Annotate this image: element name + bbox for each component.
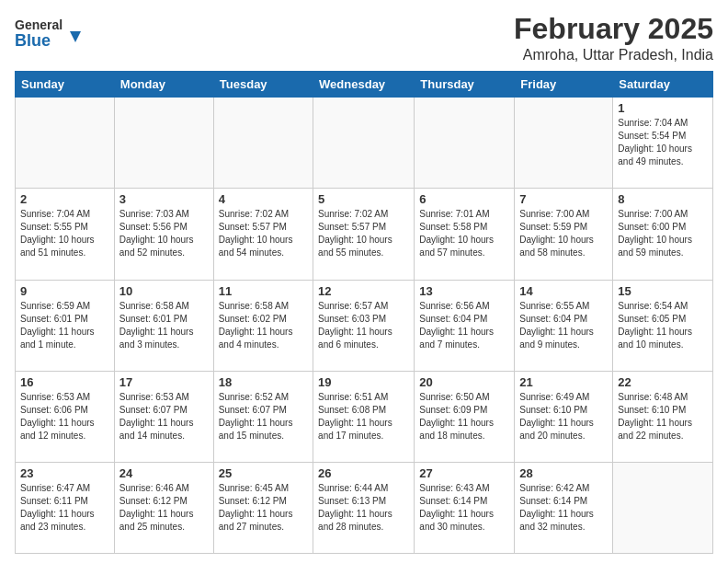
header: General Blue February 2025 Amroha, Uttar…	[15, 13, 713, 63]
day-info: Sunrise: 6:54 AM Sunset: 6:05 PM Dayligh…	[618, 300, 708, 351]
day-number: 24	[119, 466, 209, 480]
day-number: 16	[20, 375, 109, 389]
svg-marker-2	[70, 31, 81, 42]
day-number: 18	[219, 375, 308, 389]
day-info: Sunrise: 7:02 AM Sunset: 5:57 PM Dayligh…	[318, 208, 409, 259]
calendar-cell: 24Sunrise: 6:46 AM Sunset: 6:12 PM Dayli…	[114, 462, 213, 553]
day-number: 28	[519, 466, 608, 480]
logo: General Blue	[15, 13, 88, 53]
day-info: Sunrise: 6:47 AM Sunset: 6:11 PM Dayligh…	[20, 482, 109, 534]
day-info: Sunrise: 6:52 AM Sunset: 6:07 PM Dayligh…	[219, 391, 308, 442]
day-info: Sunrise: 6:57 AM Sunset: 6:03 PM Dayligh…	[318, 300, 409, 351]
calendar-cell: 17Sunrise: 6:53 AM Sunset: 6:07 PM Dayli…	[114, 371, 213, 462]
day-info: Sunrise: 6:43 AM Sunset: 6:14 PM Dayligh…	[419, 482, 509, 534]
day-info: Sunrise: 6:44 AM Sunset: 6:13 PM Dayligh…	[318, 482, 409, 534]
day-number: 13	[419, 284, 509, 298]
day-number: 12	[318, 284, 409, 298]
calendar-cell: 27Sunrise: 6:43 AM Sunset: 6:14 PM Dayli…	[415, 462, 515, 553]
calendar-week-1: 1Sunrise: 7:04 AM Sunset: 5:54 PM Daylig…	[16, 98, 713, 189]
calendar-cell: 14Sunrise: 6:55 AM Sunset: 6:04 PM Dayli…	[515, 280, 613, 371]
calendar-week-5: 23Sunrise: 6:47 AM Sunset: 6:11 PM Dayli…	[16, 462, 713, 553]
svg-text:Blue: Blue	[15, 31, 51, 50]
calendar-week-3: 9Sunrise: 6:59 AM Sunset: 6:01 PM Daylig…	[16, 280, 713, 371]
day-number: 7	[519, 192, 608, 206]
day-info: Sunrise: 7:01 AM Sunset: 5:58 PM Dayligh…	[419, 208, 509, 259]
day-info: Sunrise: 6:46 AM Sunset: 6:12 PM Dayligh…	[119, 482, 209, 534]
svg-text:General: General	[15, 17, 63, 32]
day-number: 22	[618, 375, 708, 389]
weekday-header-sunday: Sunday	[16, 72, 115, 98]
calendar-cell: 11Sunrise: 6:58 AM Sunset: 6:02 PM Dayli…	[213, 280, 313, 371]
day-info: Sunrise: 6:42 AM Sunset: 6:14 PM Dayligh…	[519, 482, 608, 534]
calendar-cell: 6Sunrise: 7:01 AM Sunset: 5:58 PM Daylig…	[415, 189, 515, 280]
day-number: 20	[419, 375, 509, 389]
calendar-cell: 7Sunrise: 7:00 AM Sunset: 5:59 PM Daylig…	[515, 189, 613, 280]
day-info: Sunrise: 6:53 AM Sunset: 6:06 PM Dayligh…	[20, 391, 109, 442]
day-number: 14	[519, 284, 608, 298]
calendar-cell: 12Sunrise: 6:57 AM Sunset: 6:03 PM Dayli…	[313, 280, 415, 371]
weekday-header-thursday: Thursday	[415, 72, 515, 98]
day-info: Sunrise: 6:45 AM Sunset: 6:12 PM Dayligh…	[219, 482, 308, 534]
day-info: Sunrise: 6:55 AM Sunset: 6:04 PM Dayligh…	[519, 300, 608, 351]
day-info: Sunrise: 6:56 AM Sunset: 6:04 PM Dayligh…	[419, 300, 509, 351]
day-info: Sunrise: 6:58 AM Sunset: 6:02 PM Dayligh…	[219, 300, 308, 351]
day-info: Sunrise: 6:51 AM Sunset: 6:08 PM Dayligh…	[318, 391, 409, 442]
day-number: 23	[20, 466, 109, 480]
calendar-cell	[213, 98, 313, 189]
calendar-cell	[16, 98, 115, 189]
day-info: Sunrise: 7:04 AM Sunset: 5:55 PM Dayligh…	[20, 208, 109, 259]
calendar-cell: 25Sunrise: 6:45 AM Sunset: 6:12 PM Dayli…	[213, 462, 313, 553]
day-number: 10	[119, 284, 209, 298]
day-number: 25	[219, 466, 308, 480]
day-info: Sunrise: 7:02 AM Sunset: 5:57 PM Dayligh…	[219, 208, 308, 259]
day-info: Sunrise: 6:53 AM Sunset: 6:07 PM Dayligh…	[119, 391, 209, 442]
calendar-week-2: 2Sunrise: 7:04 AM Sunset: 5:55 PM Daylig…	[16, 189, 713, 280]
calendar-cell: 23Sunrise: 6:47 AM Sunset: 6:11 PM Dayli…	[16, 462, 115, 553]
calendar-cell: 9Sunrise: 6:59 AM Sunset: 6:01 PM Daylig…	[16, 280, 115, 371]
calendar-cell: 15Sunrise: 6:54 AM Sunset: 6:05 PM Dayli…	[613, 280, 713, 371]
day-number: 27	[419, 466, 509, 480]
weekday-header-friday: Friday	[515, 72, 613, 98]
calendar-cell	[613, 462, 713, 553]
weekday-header-monday: Monday	[114, 72, 213, 98]
day-number: 15	[618, 284, 708, 298]
weekday-header-wednesday: Wednesday	[313, 72, 415, 98]
day-info: Sunrise: 6:58 AM Sunset: 6:01 PM Dayligh…	[119, 300, 209, 351]
calendar-cell: 18Sunrise: 6:52 AM Sunset: 6:07 PM Dayli…	[213, 371, 313, 462]
day-number: 17	[119, 375, 209, 389]
subtitle: Amroha, Uttar Pradesh, India	[514, 47, 713, 63]
day-number: 8	[618, 192, 708, 206]
day-info: Sunrise: 7:00 AM Sunset: 6:00 PM Dayligh…	[618, 208, 708, 259]
calendar-cell: 8Sunrise: 7:00 AM Sunset: 6:00 PM Daylig…	[613, 189, 713, 280]
calendar-cell	[313, 98, 415, 189]
calendar-cell: 1Sunrise: 7:04 AM Sunset: 5:54 PM Daylig…	[613, 98, 713, 189]
calendar-cell: 21Sunrise: 6:49 AM Sunset: 6:10 PM Dayli…	[515, 371, 613, 462]
day-number: 6	[419, 192, 509, 206]
title-section: February 2025 Amroha, Uttar Pradesh, Ind…	[514, 13, 713, 63]
calendar-table: SundayMondayTuesdayWednesdayThursdayFrid…	[15, 71, 713, 554]
calendar-cell: 10Sunrise: 6:58 AM Sunset: 6:01 PM Dayli…	[114, 280, 213, 371]
day-info: Sunrise: 7:03 AM Sunset: 5:56 PM Dayligh…	[119, 208, 209, 259]
day-number: 4	[219, 192, 308, 206]
day-number: 19	[318, 375, 409, 389]
day-info: Sunrise: 7:00 AM Sunset: 5:59 PM Dayligh…	[519, 208, 608, 259]
calendar-cell: 19Sunrise: 6:51 AM Sunset: 6:08 PM Dayli…	[313, 371, 415, 462]
calendar-cell: 22Sunrise: 6:48 AM Sunset: 6:10 PM Dayli…	[613, 371, 713, 462]
page: General Blue February 2025 Amroha, Uttar…	[0, 0, 728, 563]
calendar-cell: 5Sunrise: 7:02 AM Sunset: 5:57 PM Daylig…	[313, 189, 415, 280]
logo-svg: General Blue	[15, 13, 88, 53]
day-info: Sunrise: 6:48 AM Sunset: 6:10 PM Dayligh…	[618, 391, 708, 442]
calendar-cell: 2Sunrise: 7:04 AM Sunset: 5:55 PM Daylig…	[16, 189, 115, 280]
day-number: 21	[519, 375, 608, 389]
main-title: February 2025	[514, 13, 713, 45]
calendar-week-4: 16Sunrise: 6:53 AM Sunset: 6:06 PM Dayli…	[16, 371, 713, 462]
day-info: Sunrise: 6:50 AM Sunset: 6:09 PM Dayligh…	[419, 391, 509, 442]
day-number: 26	[318, 466, 409, 480]
day-number: 9	[20, 284, 109, 298]
calendar-cell: 4Sunrise: 7:02 AM Sunset: 5:57 PM Daylig…	[213, 189, 313, 280]
day-info: Sunrise: 6:59 AM Sunset: 6:01 PM Dayligh…	[20, 300, 109, 351]
day-number: 1	[618, 101, 708, 115]
day-number: 5	[318, 192, 409, 206]
calendar-cell	[415, 98, 515, 189]
calendar-cell: 20Sunrise: 6:50 AM Sunset: 6:09 PM Dayli…	[415, 371, 515, 462]
